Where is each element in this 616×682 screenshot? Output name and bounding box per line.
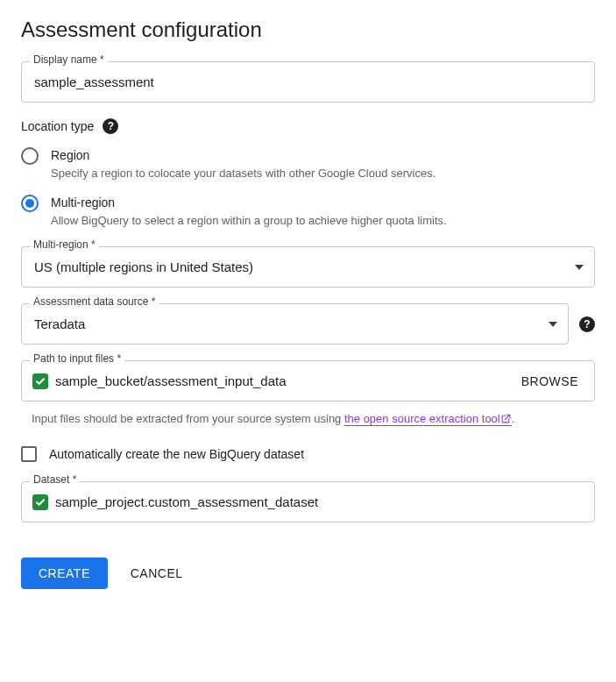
create-button[interactable]: CREATE bbox=[21, 558, 108, 589]
radio-option-region[interactable]: Region Specify a region to colocate your… bbox=[21, 146, 595, 181]
help-icon[interactable]: ? bbox=[579, 316, 595, 332]
path-field: Path to input files * BROWSE bbox=[21, 360, 595, 401]
dataset-label: Dataset * bbox=[30, 473, 80, 486]
checkbox-icon bbox=[21, 446, 37, 462]
chevron-down-icon bbox=[549, 322, 557, 327]
cancel-button[interactable]: CANCEL bbox=[131, 566, 183, 580]
location-type-radio-group: Region Specify a region to colocate your… bbox=[21, 146, 595, 229]
radio-label: Region bbox=[51, 146, 595, 164]
extraction-tool-link[interactable]: the open source extraction tool bbox=[344, 412, 512, 426]
display-name-input[interactable] bbox=[22, 62, 594, 102]
help-icon[interactable]: ? bbox=[103, 118, 118, 134]
multi-region-select[interactable]: US (multiple regions in United States) bbox=[21, 246, 595, 288]
action-bar: CREATE CANCEL bbox=[21, 558, 595, 589]
radio-label: Multi-region bbox=[51, 194, 595, 211]
external-link-icon bbox=[500, 412, 512, 429]
dataset-input[interactable] bbox=[48, 482, 594, 522]
location-type-header: Location type ? bbox=[21, 118, 595, 134]
browse-button[interactable]: BROWSE bbox=[506, 362, 594, 401]
data-source-label: Assessment data source * bbox=[30, 295, 159, 308]
chevron-down-icon bbox=[575, 265, 584, 270]
multi-region-field: Multi-region * US (multiple regions in U… bbox=[21, 246, 595, 288]
auto-create-label: Automatically create the new BigQuery da… bbox=[49, 447, 304, 461]
radio-option-multi-region[interactable]: Multi-region Allow BigQuery to select a … bbox=[21, 194, 595, 229]
hint-text-pre: Input files should be extracted from you… bbox=[32, 412, 344, 425]
data-source-field: Assessment data source * Teradata ? bbox=[21, 303, 595, 345]
display-name-field: Display name * bbox=[21, 61, 595, 103]
path-hint: Input files should be extracted from you… bbox=[21, 410, 595, 429]
checkmark-icon bbox=[32, 494, 48, 510]
dataset-field: Dataset * bbox=[21, 481, 595, 522]
multi-region-label: Multi-region * bbox=[30, 238, 99, 251]
auto-create-checkbox-row[interactable]: Automatically create the new BigQuery da… bbox=[21, 446, 595, 462]
checkmark-icon bbox=[32, 373, 48, 389]
radio-desc: Specify a region to colocate your datase… bbox=[51, 166, 595, 181]
radio-desc: Allow BigQuery to select a region within… bbox=[51, 213, 595, 229]
page-title: Assessment configuration bbox=[21, 18, 595, 42]
data-source-value: Teradata bbox=[22, 304, 568, 344]
radio-icon bbox=[21, 195, 39, 212]
hint-text-post: . bbox=[512, 412, 515, 425]
path-label: Path to input files * bbox=[30, 352, 124, 365]
multi-region-value: US (multiple regions in United States) bbox=[22, 247, 594, 287]
path-input[interactable] bbox=[48, 361, 506, 401]
location-type-title: Location type bbox=[21, 119, 94, 133]
display-name-label: Display name * bbox=[30, 53, 108, 66]
data-source-select[interactable]: Teradata bbox=[21, 303, 569, 345]
radio-icon bbox=[21, 147, 39, 165]
